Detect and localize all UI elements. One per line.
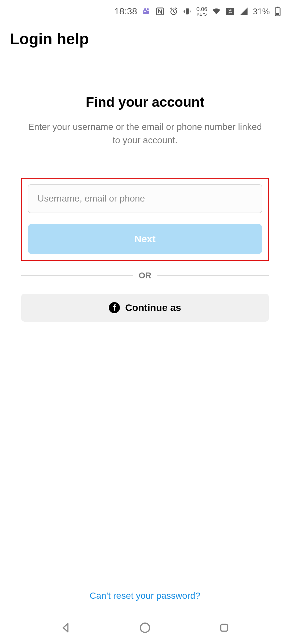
nfc-icon [155,7,165,16]
svg-rect-12 [276,13,279,15]
nav-recent-button[interactable] [217,620,232,635]
username-input[interactable] [28,184,262,213]
facebook-icon [109,302,120,313]
battery-icon [274,7,281,16]
highlight-box: Next [21,178,269,261]
find-account-title: Find your account [86,94,204,110]
main-content: Find your account Enter your username or… [0,94,290,322]
svg-point-0 [147,8,149,10]
svg-rect-6 [186,8,189,15]
nav-home-button[interactable] [138,620,152,635]
find-account-subtitle: Enter your username or the email or phon… [28,120,262,147]
android-nav-bar [0,611,290,644]
or-label: OR [139,271,152,281]
svg-text:Vo: Vo [228,8,232,11]
status-bar: 18:38 T 0.06 KB/S VoLTE 31% [0,0,290,23]
signal-icon [239,7,248,16]
status-time: 18:38 [114,6,137,17]
volte-icon: VoLTE [225,7,235,15]
svg-text:T: T [144,11,146,14]
divider-line [21,275,133,276]
or-separator: OR [21,271,269,281]
next-button[interactable]: Next [28,224,262,254]
alarm-icon [169,7,178,16]
svg-rect-11 [277,7,279,8]
facebook-continue-button[interactable]: Continue as [21,294,269,322]
net-speed: 0.06 KB/S [196,7,207,16]
svg-point-1 [144,8,146,10]
wifi-icon [212,7,221,16]
cant-reset-password-link[interactable]: Can't reset your password? [0,591,290,601]
divider-line [157,275,269,276]
facebook-button-label: Continue as [125,302,181,313]
svg-text:LTE: LTE [228,12,233,15]
vibrate-icon [183,7,192,16]
svg-rect-14 [221,624,228,631]
svg-point-13 [140,623,150,632]
nav-back-button[interactable] [58,620,73,635]
page-title: Login help [10,30,89,48]
battery-percent: 31% [253,7,270,17]
teams-icon: T [142,7,151,16]
